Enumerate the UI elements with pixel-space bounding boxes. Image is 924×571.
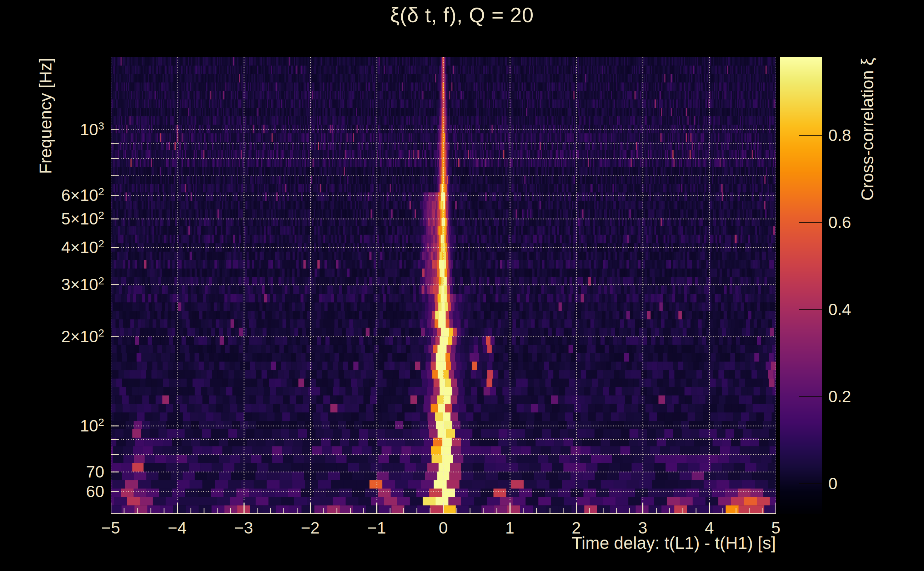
x-tick-label: −5	[101, 520, 120, 536]
x-tick-label: 3	[638, 520, 647, 536]
y-tick-label: 4×102	[61, 239, 104, 256]
cross-correlation-spectrogram-figure: ξ(δ t, f), Q = 20 Frequency [Hz] Cross-c…	[0, 0, 924, 571]
colorbar-tick-label: 0.2	[828, 388, 851, 405]
x-tick-label: −3	[234, 520, 253, 536]
x-tick-label: 4	[705, 520, 714, 536]
x-tick-label: −1	[368, 520, 386, 536]
colorbar-tick-label: 0	[828, 475, 837, 492]
colorbar-tick-label: 0.6	[828, 214, 851, 230]
x-tick-label: 5	[771, 520, 780, 536]
y-tick-label: 70	[86, 464, 104, 480]
y-tick-label: 5×102	[61, 211, 104, 227]
x-tick-label: 1	[505, 520, 515, 536]
x-axis-title: Time delay: t(L1) - t(H1) [s]	[572, 533, 776, 553]
colorbar-canvas	[780, 57, 822, 514]
y-tick-label: 2×102	[61, 328, 104, 345]
colorbar-tick-label: 0.8	[828, 127, 851, 144]
colorbar-title: Cross-correlation ξ	[858, 58, 877, 201]
y-tick-label: 103	[80, 121, 104, 138]
y-tick-label: 3×102	[61, 276, 104, 293]
x-tick-label: 2	[572, 520, 581, 536]
colorbar-tick-label: 0.4	[828, 301, 851, 318]
y-axis-title: Frequency [Hz]	[36, 58, 55, 174]
x-tick-label: −2	[301, 520, 320, 536]
chart-title: ξ(δ t, f), Q = 20	[0, 3, 924, 27]
spectrogram-heatmap-canvas	[111, 57, 776, 514]
y-tick-label: 60	[86, 483, 104, 500]
y-tick-label: 6×102	[61, 187, 104, 204]
x-tick-label: 0	[439, 520, 448, 536]
x-tick-label: −4	[168, 520, 186, 536]
y-tick-label: 102	[80, 418, 104, 434]
